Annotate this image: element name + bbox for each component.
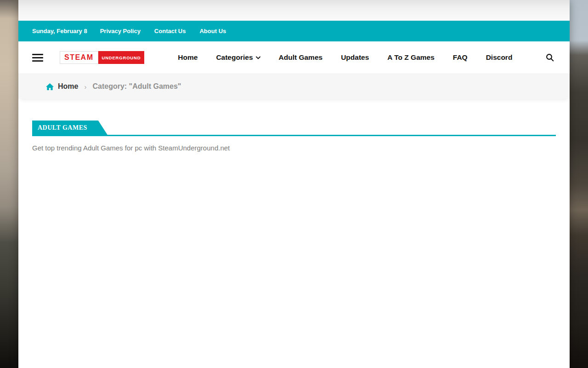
top-strip xyxy=(18,0,570,21)
topbar-link-privacy-policy[interactable]: Privacy Policy xyxy=(100,28,141,34)
home-icon xyxy=(46,83,54,90)
logo-underground-text: UNDERGROUND xyxy=(98,51,145,64)
breadcrumb: Home › Category: "Adult Games" xyxy=(18,74,570,99)
search-icon xyxy=(546,53,554,62)
nav-item-adult-games-label: Adult Games xyxy=(279,53,323,62)
nav-item-updates[interactable]: Updates xyxy=(341,53,369,62)
nav-item-a-to-z-games-label: A To Z Games xyxy=(387,53,435,62)
nav-item-faq-label: FAQ xyxy=(453,53,468,62)
topbar-link-about-us[interactable]: About Us xyxy=(199,28,226,34)
date-text: Sunday, February 8 xyxy=(32,28,87,34)
logo-steam-text: STEAM xyxy=(60,51,98,64)
breadcrumb-home-link[interactable]: Home xyxy=(58,82,78,91)
search-button[interactable] xyxy=(544,52,556,63)
topbar: Sunday, February 8 Privacy Policy Contac… xyxy=(18,21,570,41)
breadcrumb-current-page: Category: "Adult Games" xyxy=(92,82,181,91)
background-photo-right xyxy=(570,0,588,368)
breadcrumb-separator: › xyxy=(84,83,86,91)
section-title-badge: ADULT GAMES xyxy=(32,121,107,135)
background-photo-left xyxy=(0,0,18,368)
topbar-link-contact-us[interactable]: Contact Us xyxy=(154,28,186,34)
chevron-down-icon xyxy=(256,56,260,59)
site-logo[interactable]: STEAM UNDERGROUND xyxy=(60,51,144,64)
main-content: ADULT GAMES Get top trending Adult Games… xyxy=(18,99,570,152)
category-description: Get top trending Adult Games for pc with… xyxy=(32,144,556,152)
hamburger-menu-icon[interactable] xyxy=(32,54,43,62)
page-container: Sunday, February 8 Privacy Policy Contac… xyxy=(18,0,570,368)
nav-item-categories[interactable]: Categories xyxy=(216,53,260,62)
nav-item-categories-label: Categories xyxy=(216,53,253,62)
navbar: STEAM UNDERGROUND Home Categories Adult … xyxy=(18,41,570,74)
main-menu: Home Categories Adult Games Updates A To… xyxy=(178,53,512,62)
section-underline xyxy=(32,135,556,136)
nav-item-home-label: Home xyxy=(178,53,198,62)
nav-item-adult-games[interactable]: Adult Games xyxy=(279,53,323,62)
section-header: ADULT GAMES xyxy=(32,121,556,136)
nav-item-faq[interactable]: FAQ xyxy=(453,53,468,62)
nav-item-home[interactable]: Home xyxy=(178,53,198,62)
nav-item-discord[interactable]: Discord xyxy=(486,53,513,62)
nav-item-updates-label: Updates xyxy=(341,53,369,62)
nav-item-discord-label: Discord xyxy=(486,53,513,62)
nav-item-a-to-z-games[interactable]: A To Z Games xyxy=(387,53,435,62)
